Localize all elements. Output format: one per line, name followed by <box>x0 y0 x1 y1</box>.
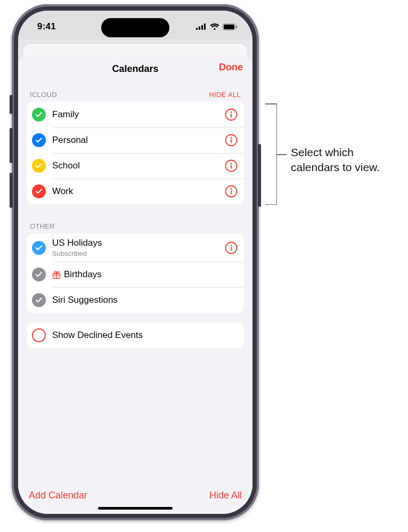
volume-up-button <box>10 128 13 163</box>
svg-rect-2 <box>201 25 203 30</box>
hide-all-icloud-button[interactable]: HIDE ALL <box>209 91 241 99</box>
svg-rect-5 <box>224 25 234 29</box>
calendar-row-work[interactable]: Work <box>27 179 244 204</box>
svg-rect-9 <box>231 114 232 118</box>
section-label: ICLOUD <box>30 91 57 99</box>
svg-point-17 <box>231 188 232 190</box>
hide-all-button[interactable]: Hide All <box>209 490 242 501</box>
icloud-group: Family <box>27 102 244 204</box>
info-icon[interactable] <box>225 185 238 198</box>
svg-rect-1 <box>199 27 200 30</box>
section-label: OTHER <box>30 222 55 230</box>
home-indicator <box>98 507 173 510</box>
section-header-icloud: ICLOUD HIDE ALL <box>27 82 244 102</box>
status-time: 9:41 <box>37 21 56 32</box>
checkmark-icon <box>32 159 46 173</box>
info-icon[interactable] <box>225 241 238 254</box>
calendar-row-siri-suggestions[interactable]: Siri Suggestions <box>27 287 244 313</box>
svg-point-20 <box>231 245 232 246</box>
svg-rect-15 <box>231 165 232 169</box>
info-icon[interactable] <box>225 159 238 172</box>
checkmark-icon <box>32 108 46 122</box>
gift-icon <box>52 270 61 279</box>
add-calendar-button[interactable]: Add Calendar <box>29 490 87 501</box>
svg-point-8 <box>231 111 232 113</box>
checkmark-icon <box>32 184 46 198</box>
other-group: US Holidays Subscribed <box>27 233 244 313</box>
svg-point-14 <box>231 163 232 164</box>
calendar-row-personal[interactable]: Personal <box>27 127 244 153</box>
volume-down-button <box>10 173 13 208</box>
calendar-row-school[interactable]: School <box>27 153 244 179</box>
calendar-name: Work <box>52 186 225 197</box>
calendars-sheet: Calendars Done ICLOUD HIDE ALL <box>18 55 252 514</box>
wifi-icon <box>210 23 219 30</box>
svg-point-11 <box>231 137 232 139</box>
option-label: Show Declined Events <box>52 330 238 341</box>
screen: 9:41 <box>18 11 252 514</box>
info-icon[interactable] <box>225 108 238 121</box>
silent-switch <box>10 95 13 114</box>
calendar-name: Birthdays <box>52 269 238 280</box>
sheet-body: ICLOUD HIDE ALL Family <box>18 82 252 482</box>
checkmark-icon <box>32 133 46 147</box>
svg-rect-12 <box>231 139 232 143</box>
calendar-name: Siri Suggestions <box>52 295 238 305</box>
cellular-icon <box>196 23 207 30</box>
callout-tick <box>277 154 287 155</box>
unchecked-circle-icon <box>32 328 46 342</box>
callout-bracket <box>265 103 277 205</box>
calendar-name: Family <box>52 109 225 120</box>
info-icon[interactable] <box>225 134 238 147</box>
svg-rect-3 <box>204 23 206 30</box>
calendar-row-us-holidays[interactable]: US Holidays Subscribed <box>27 233 244 262</box>
side-button <box>258 144 261 207</box>
svg-rect-6 <box>236 26 237 28</box>
dynamic-island <box>101 18 169 37</box>
calendar-name: School <box>52 160 225 171</box>
calendar-subtitle: Subscribed <box>52 249 225 257</box>
calendar-row-birthdays[interactable]: Birthdays <box>27 262 244 287</box>
sheet-header: Calendars Done <box>18 55 252 82</box>
page-title: Calendars <box>112 63 158 75</box>
checkmark-icon <box>32 268 46 281</box>
show-declined-row[interactable]: Show Declined Events <box>27 323 244 348</box>
calendar-name: Personal <box>52 135 225 146</box>
calendar-name: US Holidays Subscribed <box>52 238 225 257</box>
callout-text: Select which calendars to view. <box>291 145 404 175</box>
svg-rect-21 <box>231 247 232 251</box>
phone-frame: 9:41 <box>12 4 259 520</box>
svg-rect-18 <box>231 190 232 195</box>
battery-icon <box>223 23 238 30</box>
section-header-other: OTHER <box>27 214 244 233</box>
options-group: Show Declined Events <box>27 323 244 348</box>
checkmark-icon <box>32 293 46 307</box>
svg-rect-0 <box>196 28 198 30</box>
status-icons <box>196 23 238 30</box>
calendar-row-family[interactable]: Family <box>27 102 244 127</box>
done-button[interactable]: Done <box>219 62 243 73</box>
checkmark-icon <box>32 241 46 255</box>
